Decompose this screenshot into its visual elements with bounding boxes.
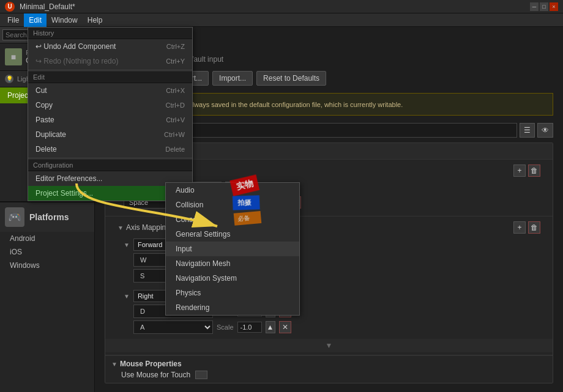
menu-edit[interactable]: Edit bbox=[24, 13, 47, 27]
mouse-properties-label: Mouse Properties bbox=[120, 360, 182, 368]
submenu-navigation-system[interactable]: Navigation System bbox=[166, 271, 299, 286]
use-mouse-row: Use Mouse for Touch bbox=[111, 371, 546, 379]
platforms-label: Platforms bbox=[29, 212, 69, 222]
edit-section-label: Edit bbox=[28, 72, 192, 83]
config-submenu: Audio Collision Console General Settings… bbox=[165, 182, 300, 316]
geom-icon: ■ bbox=[5, 48, 22, 65]
platform-ios[interactable]: iOS bbox=[0, 245, 94, 259]
configuration-section-label: Configuration bbox=[28, 160, 192, 171]
submenu-navigation-mesh[interactable]: Navigation Mesh bbox=[166, 256, 299, 271]
delete-action-mappings-button[interactable]: 🗑 bbox=[528, 165, 540, 177]
use-mouse-label: Use Mouse for Touch bbox=[121, 371, 190, 379]
mouse-properties-section: ▼ Mouse Properties Use Mouse for Touch bbox=[105, 355, 553, 383]
axis-mappings-arrow: ▼ bbox=[117, 224, 124, 231]
view-toggle-button[interactable]: ☰ bbox=[520, 123, 535, 138]
add-axis-mapping-button[interactable]: + bbox=[513, 221, 526, 234]
submenu-input[interactable]: Input bbox=[166, 242, 299, 256]
right-a-spin-up[interactable]: ▲ bbox=[266, 321, 275, 333]
eye-button[interactable]: 👁 bbox=[537, 123, 553, 138]
mouse-arrow-icon: ▼ bbox=[111, 361, 117, 368]
forward-arrow-icon: ▼ bbox=[124, 242, 130, 248]
platform-windows[interactable]: Windows bbox=[0, 259, 94, 272]
scroll-indicator: ▼ bbox=[105, 339, 553, 352]
minimize-button[interactable]: ─ bbox=[530, 2, 539, 11]
submenu-audio[interactable]: Audio bbox=[166, 183, 299, 198]
submenu-console[interactable]: Console bbox=[166, 212, 299, 227]
duplicate-menu-item[interactable]: Duplicate Ctrl+W bbox=[28, 127, 192, 142]
mouse-properties-header[interactable]: ▼ Mouse Properties bbox=[111, 360, 546, 368]
maximize-button[interactable]: □ bbox=[540, 2, 548, 11]
right-a-select[interactable]: A bbox=[133, 320, 213, 334]
right-arrow-icon: ▼ bbox=[124, 293, 130, 300]
add-action-mapping-button[interactable]: + bbox=[513, 165, 526, 177]
right-a-row: A Scale ▲ ✕ bbox=[133, 320, 553, 334]
window-controls: ─ □ × bbox=[530, 2, 558, 11]
window-title: Minimal_Default* bbox=[20, 2, 530, 11]
divider-history-edit bbox=[28, 70, 192, 70]
delete-axis-mappings-button[interactable]: 🗑 bbox=[528, 221, 540, 234]
redo-menu-item[interactable]: ↪ Redo (Nothing to redo) Ctrl+Y bbox=[28, 54, 192, 68]
menu-file[interactable]: File bbox=[2, 13, 24, 27]
menu-bar: File Edit Window Help bbox=[0, 13, 563, 27]
platforms-area: 🎮 Platforms Android iOS Windows bbox=[0, 201, 94, 272]
use-mouse-toggle[interactable] bbox=[195, 371, 207, 379]
close-button[interactable]: × bbox=[550, 2, 558, 11]
undo-menu-item[interactable]: ↩ Undo Add Component Ctrl+Z bbox=[28, 39, 192, 54]
submenu-general-settings[interactable]: General Settings bbox=[166, 227, 299, 242]
menu-help[interactable]: Help bbox=[83, 13, 108, 27]
title-bar: U Minimal_Default* ─ □ × bbox=[0, 0, 563, 13]
import-button[interactable]: Import... bbox=[212, 71, 253, 86]
delete-right-a-button[interactable]: ✕ bbox=[279, 321, 291, 333]
copy-menu-item[interactable]: Copy Ctrl+D bbox=[28, 98, 192, 113]
platform-android[interactable]: Android bbox=[0, 232, 94, 245]
platforms-icon: 🎮 bbox=[5, 207, 24, 227]
right-a-scale-label: Scale bbox=[217, 324, 234, 331]
divider-edit-config bbox=[28, 158, 192, 158]
menu-window[interactable]: Window bbox=[47, 13, 83, 27]
submenu-physics[interactable]: Physics bbox=[166, 286, 299, 300]
submenu-rendering[interactable]: Rendering bbox=[166, 300, 299, 315]
edit-dropdown-menu: History ↩ Undo Add Component Ctrl+Z ↪ Re… bbox=[28, 27, 193, 201]
reset-to-defaults-button[interactable]: Reset to Defaults bbox=[256, 71, 326, 86]
delete-menu-item[interactable]: Delete Delete bbox=[28, 142, 192, 157]
platforms-section: 🎮 Platforms bbox=[0, 202, 94, 232]
paste-menu-item[interactable]: Paste Ctrl+V bbox=[28, 113, 192, 127]
scroll-down-icon: ▼ bbox=[326, 341, 333, 350]
lights-icon: 💡 bbox=[5, 75, 13, 83]
cut-menu-item[interactable]: Cut Ctrl+X bbox=[28, 83, 192, 98]
right-a-scale-input[interactable] bbox=[237, 322, 262, 333]
app-logo: U bbox=[5, 2, 15, 12]
history-section-label: History bbox=[28, 28, 192, 39]
submenu-collision[interactable]: Collision bbox=[166, 198, 299, 212]
